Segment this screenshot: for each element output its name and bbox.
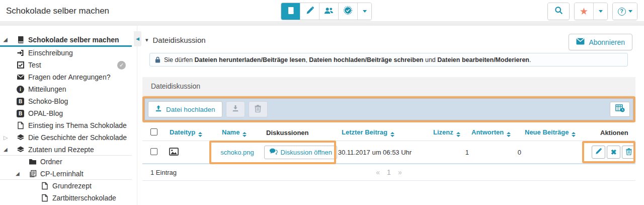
upload-file-button[interactable]: Datei hochladen <box>148 101 222 117</box>
sidebar-item-fragen-oder-anregungen[interactable]: Fragen oder Anregungen? <box>0 71 132 83</box>
row-checkbox[interactable] <box>150 148 157 155</box>
column-header-dateityp[interactable]: Dateityp <box>170 128 222 137</box>
pagination-prev[interactable]: « <box>376 168 380 176</box>
pagination-next[interactable]: » <box>398 168 402 176</box>
select-all-cell <box>150 128 170 137</box>
sort-icon <box>456 132 460 137</box>
table-settings-icon <box>615 104 625 114</box>
file-link[interactable]: schoko.png <box>220 149 254 156</box>
sidebar-item-label: Die Geschichte der Schokolade <box>28 133 127 142</box>
column-header-aktionen: Aktionen <box>595 129 635 136</box>
sidebar-item-opal-blog[interactable]: OPAL-Blog <box>0 107 132 119</box>
sidebar-item-grundrezept[interactable]: Grundrezept <box>0 180 132 192</box>
navigation-tree: ◢ Schokolade selber machen Einschreibung… <box>0 26 132 204</box>
envelope-icon <box>576 38 585 46</box>
image-file-icon <box>169 150 179 157</box>
layers-icon <box>16 133 25 142</box>
bookmark-button[interactable]: ★ <box>575 3 594 20</box>
course-view-button[interactable] <box>281 3 300 20</box>
sidebar-item-schokolade-selber-machen[interactable]: ◢ Schokolade selber machen <box>0 34 132 47</box>
course-navigation: ◢ Schokolade selber machen Einschreibung… <box>0 26 132 205</box>
section-title: Dateidiskussion <box>153 36 206 44</box>
sidebar-item-label: Grundrezept <box>52 182 92 190</box>
speech-bubbles-icon <box>269 148 278 156</box>
pagination: « 1 » <box>376 168 401 176</box>
table-settings-button[interactable] <box>610 102 630 117</box>
last-post-cell: 30.11.2017 um 06:53 Uhr <box>338 149 428 156</box>
envelope-icon <box>16 73 25 82</box>
sidebar-item-cp-lerninhalt[interactable]: ◢ CP-Lerninhalt <box>0 168 132 180</box>
table-header-row: Dateityp Name Diskussionen Letzter Beitr… <box>142 124 635 141</box>
page-title: Schokolade selber machen <box>6 0 109 22</box>
sidebar-item-einstieg-ins-thema-schokolade[interactable]: Einstieg ins Thema Schokolade <box>0 119 132 131</box>
column-header-name[interactable]: Name <box>222 128 266 137</box>
sidebar-item-schoko-blog[interactable]: Schoko-Blog <box>0 95 132 107</box>
completed-check-icon <box>117 61 126 70</box>
subscribe-button[interactable]: Abonnieren <box>569 34 632 50</box>
blog-icon <box>16 109 25 118</box>
star-icon: ★ <box>580 7 588 16</box>
chevron-down-icon <box>628 10 632 13</box>
page-icon <box>16 121 25 130</box>
select-all-checkbox[interactable] <box>150 128 157 135</box>
main-content: Dateidiskussion Abonnieren Sie dürfen Da… <box>142 26 635 205</box>
column-header-neue-beitraege[interactable]: Neue Beiträge <box>525 128 595 137</box>
help-button[interactable]: ? <box>613 3 637 20</box>
open-discussion-button[interactable]: Diskussion öffnen <box>264 146 337 159</box>
asterisk-button[interactable]: ✖ <box>607 146 620 159</box>
search-button[interactable] <box>548 3 569 20</box>
sidebar-item-zartbitterschokolade[interactable]: Zartbitterschokolade <box>0 192 132 204</box>
column-header-lizenz[interactable]: Lizenz <box>433 128 471 137</box>
column-header-letzter-beitrag[interactable]: Letzter Beitrag <box>342 128 433 137</box>
upload-icon <box>155 105 162 114</box>
section-header: Dateidiskussion <box>145 36 206 44</box>
tree-expanded-caret-icon[interactable]: ◢ <box>4 147 8 152</box>
top-header: Schokolade selber machen <box>0 0 644 22</box>
tree-collapsed-caret-icon[interactable]: ▷ <box>4 134 8 141</box>
pagination-page[interactable]: 1 <box>387 168 391 176</box>
help-group: ? <box>612 3 637 20</box>
book-icon <box>287 7 295 17</box>
bookmark-group: ★ <box>574 3 608 20</box>
lock-icon <box>155 56 160 63</box>
sidebar-item-label: CP-Lerninhalt <box>40 170 84 178</box>
members-button[interactable] <box>319 3 339 20</box>
download-button[interactable] <box>226 101 245 117</box>
column-header-diskussionen: Diskussionen <box>266 129 342 136</box>
trash-icon <box>255 105 261 114</box>
badge-check-icon <box>344 6 352 17</box>
tree-expanded-caret-icon[interactable]: ◢ <box>4 37 8 42</box>
download-icon <box>232 105 239 114</box>
folder-icon <box>28 158 37 166</box>
open-discussion-label: Diskussion öffnen <box>281 149 332 156</box>
assessment-button[interactable] <box>339 3 358 20</box>
sort-icon <box>572 132 576 137</box>
delete-button[interactable] <box>249 101 268 117</box>
sidebar-collapse-handle[interactable] <box>134 31 141 46</box>
sidebar-item-label: Schokolade selber machen <box>28 36 119 44</box>
sidebar-item-label: Test <box>28 61 41 69</box>
book-icon <box>16 35 25 44</box>
edit-course-button[interactable] <box>300 3 319 20</box>
sidebar-item-ordner[interactable]: Ordner <box>0 156 132 168</box>
column-header-antworten[interactable]: Antworten <box>471 128 525 137</box>
layers-icon <box>16 145 25 154</box>
search-icon <box>554 6 563 17</box>
sidebar-item-einschreibung[interactable]: Einschreibung <box>0 47 132 59</box>
more-tools-button[interactable] <box>358 3 371 20</box>
sidebar-item-test[interactable]: Test <box>0 59 132 71</box>
sidebar-item-die-geschichte-der-schokolade[interactable]: ▷ Die Geschichte der Schokolade <box>0 131 132 144</box>
section-collapse-caret-icon[interactable] <box>145 37 148 43</box>
sidebar-item-mitteilungen[interactable]: Mitteilungen <box>0 83 132 95</box>
trash-icon <box>626 148 632 157</box>
file-name-cell: schoko.png <box>220 149 264 156</box>
bookmark-dropdown-button[interactable] <box>594 3 607 20</box>
pencil-icon <box>595 148 602 156</box>
delete-row-button[interactable] <box>622 146 635 159</box>
edit-button[interactable] <box>592 146 605 159</box>
tree-expanded-caret-icon[interactable]: ◢ <box>16 171 20 176</box>
sidebar-divider <box>137 26 137 205</box>
sidebar-item-zutaten-und-rezepte[interactable]: ◢ Zutaten und Rezepte <box>0 144 132 156</box>
sidebar-item-label: Einstieg ins Thema Schokolade <box>28 121 127 129</box>
page: Schokolade selber machen <box>0 0 644 205</box>
